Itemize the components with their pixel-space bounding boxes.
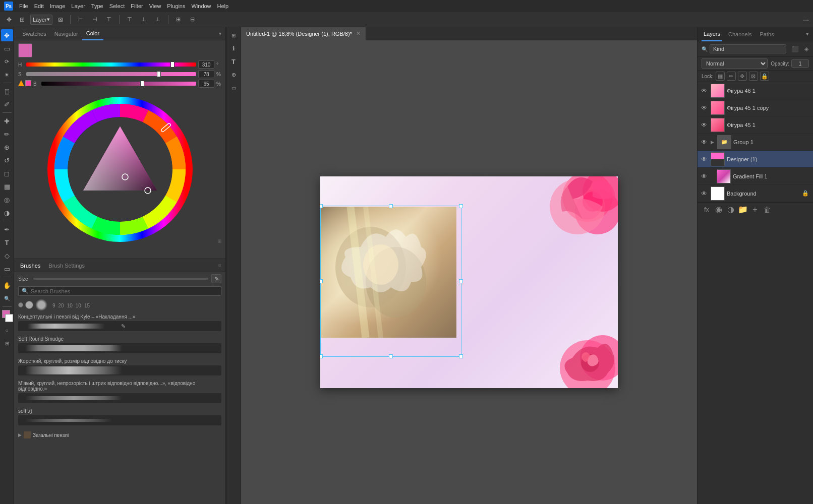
layer-vis-gradient[interactable]: 👁 [700,172,709,181]
layer-vis-figura45[interactable]: 👁 [700,120,709,130]
tab-brush-settings[interactable]: Brush Settings [46,263,87,269]
color-wheel-container[interactable]: ⊞ [14,92,225,246]
blur-tool-btn[interactable]: ◎ [1,194,13,206]
rect-select-tool-btn[interactable]: ▭ [1,42,13,54]
brush-item-1[interactable]: Концептуальні і пензлі від Kyle – «Накла… [18,314,221,331]
brightness-thumb[interactable] [140,81,144,87]
tab-swatches[interactable]: Swatches [18,27,50,40]
lock-pixels-btn[interactable]: ✏ [727,72,736,81]
layer-row-figura46[interactable]: 👁 Фігура 46 1 [698,82,813,99]
brush-size-edit[interactable]: ✎ [211,274,221,283]
eyedropper-tool-btn[interactable]: ✐ [1,98,13,110]
layer-vis-group1[interactable]: 👁 [700,138,709,147]
quick-mask-btn[interactable]: ○ [1,324,13,336]
sat-thumb[interactable] [157,71,161,77]
size-track[interactable] [33,278,208,280]
add-style-btn[interactable]: fx [702,206,712,213]
opacity-value[interactable]: 1 [791,59,809,68]
brush-preset-2[interactable] [25,301,33,310]
group-expand-arrow[interactable]: ▶ [711,140,714,145]
menu-plugins[interactable]: Plugins [167,3,185,9]
brightness-track[interactable] [41,82,196,86]
brushes-menu[interactable]: ≡ [218,263,221,269]
blend-mode-dropdown[interactable]: Normal [702,58,768,69]
layer-row-figura45[interactable]: 👁 Фігура 45 1 [698,116,813,134]
add-adjustment-btn[interactable]: ◑ [726,205,736,214]
brush-item-2[interactable]: Soft Round Smudge [18,336,221,353]
sat-value[interactable]: 78 [198,70,214,78]
menu-select[interactable]: Select [109,3,125,9]
healing-tool-btn[interactable]: ✚ [1,115,13,127]
brightness-value[interactable]: 65 [198,80,214,88]
distribute-h[interactable]: ⊞ [173,14,184,25]
tab-color[interactable]: Color [82,27,103,40]
tab-brushes[interactable]: Brushes [18,263,42,269]
filter-adj-btn[interactable]: ◈ [801,44,811,53]
layer-dropdown[interactable]: Layer ▾ [30,15,52,25]
layer-vis-designer[interactable]: 👁 [700,155,709,164]
menu-help[interactable]: Help [217,3,229,9]
delete-layer-btn[interactable]: 🗑 [762,206,772,214]
add-mask-btn[interactable]: ◉ [714,205,724,214]
type-vert-tool-btn[interactable]: T [227,55,240,68]
distribute-v[interactable]: ⊟ [187,14,198,25]
canvas-size-tool-btn[interactable]: ⊞ [227,29,240,41]
layers-kind-input[interactable] [710,44,786,53]
hue-value[interactable]: 310 [198,60,214,69]
color-wheel-svg[interactable] [47,96,193,242]
eraser-tool-btn[interactable]: ◻ [1,167,13,179]
canvas-tab-1[interactable]: Untitled-1 @ 18,8% (Designer (1), RGB/8)… [241,27,366,40]
info-tool-btn[interactable]: ℹ [227,42,240,54]
pen-tool-btn[interactable]: ✒ [1,223,13,235]
align-center-h[interactable]: ⊣ [89,14,100,25]
layer-row-designer[interactable]: 👁 Designer (1) [698,151,813,168]
gradient-tool-btn[interactable]: ▦ [1,180,13,193]
align-right[interactable]: ⊤ [103,14,114,25]
history-tool-btn[interactable]: ↺ [1,154,13,166]
shape-tool-btn[interactable]: ▭ [1,263,13,275]
menu-view[interactable]: View [149,3,161,9]
background-color[interactable] [5,314,13,322]
align-top[interactable]: ⊤ [124,14,135,25]
layer-row-gradient[interactable]: 👁 Gradient Fill 1 [698,168,813,185]
more-options[interactable]: ··· [803,16,809,24]
lasso-tool-btn[interactable]: ⟳ [1,55,13,68]
dodge-tool-btn[interactable]: ◑ [1,207,13,219]
crop-tool-btn[interactable]: ⌹ [1,85,13,97]
lock-all-btn[interactable]: 🔒 [760,72,769,81]
hand-tool-btn[interactable]: ✋ [1,279,13,291]
canvas-tab-close[interactable]: ✕ [356,30,361,37]
layer-row-background[interactable]: 👁 Background 🔒 [698,185,813,202]
search-brushes-input[interactable] [31,288,218,294]
add-layer-btn[interactable]: + [750,205,760,214]
add-group-btn[interactable]: 📁 [738,205,748,214]
type-tool-btn[interactable]: T [1,236,13,248]
zoom-tool-btn[interactable]: 🔍 [1,292,13,304]
layer-row-figura45copy[interactable]: 👁 Фігура 45 1 copy [698,99,813,116]
tab-paths[interactable]: Paths [758,27,776,41]
menu-type[interactable]: Type [91,3,103,9]
menu-image[interactable]: Image [50,3,66,9]
lock-transparent-btn[interactable]: ▦ [716,72,725,81]
brush-item-5[interactable]: soft :(( [18,408,221,425]
hue-thumb[interactable] [170,61,175,68]
brush-group-1[interactable]: ▶ Загальні пензлі [18,430,221,439]
transform-tool-btn[interactable]: ⊕ [227,69,240,81]
color-panel-collapse[interactable]: ▾ [219,31,221,36]
menu-window[interactable]: Window [191,3,211,9]
tab-layers[interactable]: Layers [702,27,722,41]
lock-artboard-btn[interactable]: ⊠ [749,72,758,81]
align-center-v[interactable]: ⊥ [138,14,149,25]
layer-vis-background[interactable]: 👁 [700,189,709,198]
brush-item-4[interactable]: М'який, круглий, непрозорість і штрих ві… [18,381,221,403]
filter-pixel-btn[interactable]: ⬛ [790,44,800,53]
sat-track[interactable] [26,72,196,76]
tab-channels[interactable]: Channels [726,27,753,41]
magic-wand-tool-btn[interactable]: ✴ [1,69,13,81]
layer-vis-figura46[interactable]: 👁 [700,86,709,95]
brush-preset-3[interactable] [35,299,47,312]
canvas-viewport[interactable] [241,40,697,504]
menu-file[interactable]: File [19,3,28,9]
layer-row-group1[interactable]: 👁 ▶ 📁 Group 1 [698,134,813,151]
menu-layer[interactable]: Layer [71,3,85,9]
